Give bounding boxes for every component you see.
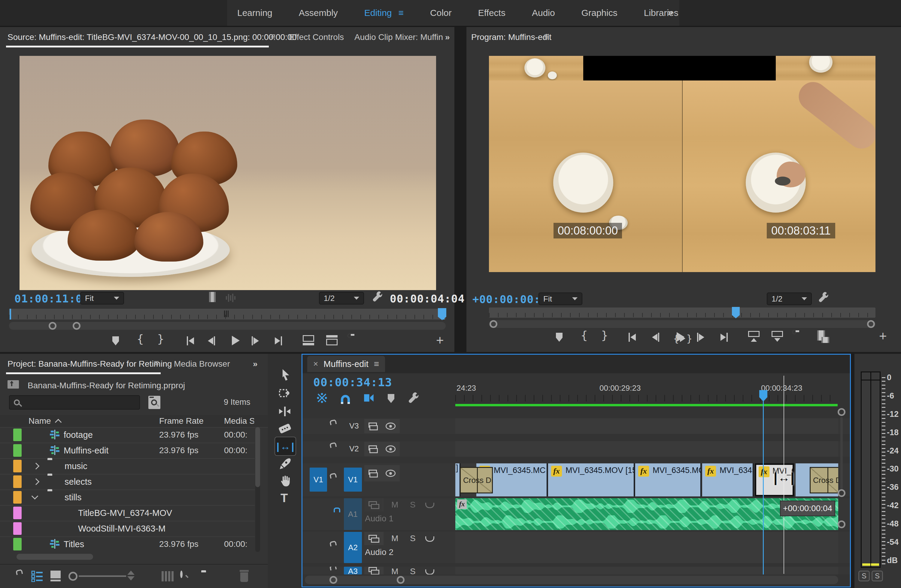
add-marker-button[interactable] [556,333,563,342]
workspace-tab-color[interactable]: Color [430,8,452,18]
list-view-button[interactable] [31,570,43,583]
solo-left-button[interactable]: S [858,571,870,582]
tab-effect-controls[interactable]: Effect Controls [289,33,344,42]
item-name[interactable]: Muffins-edit [64,446,108,455]
step-back-button[interactable] [652,333,659,342]
mark-in-button[interactable]: { [137,332,144,345]
zoom-slider-track[interactable] [79,576,126,577]
workspace-tab-audio[interactable]: Audio [532,8,555,18]
workspace-tab-libraries[interactable]: Libraries [644,8,678,18]
project-vertical-scrollbar[interactable] [255,427,260,552]
workspace-tab-learning[interactable]: Learning [237,8,273,18]
track-target-a2[interactable]: A2 [344,532,362,563]
track-output-eye-icon[interactable] [386,445,396,452]
play-around-button[interactable]: {} [673,333,692,344]
track-target-a3[interactable]: A3 [344,567,362,574]
workspace-tab-effects[interactable]: Effects [478,8,505,18]
label-color-chip[interactable] [13,429,22,441]
label-color-chip[interactable] [13,444,22,457]
program-settings-wrench-icon[interactable] [817,291,829,304]
project-row-music[interactable]: music [0,458,255,474]
lift-button[interactable] [748,331,759,342]
search-field[interactable] [9,395,140,410]
label-color-chip[interactable] [13,538,22,551]
mute-button[interactable]: M [391,533,398,543]
tab-media-browser[interactable]: Media Browser [174,359,230,369]
source-panel-menu-icon[interactable]: ≡ [270,31,276,41]
tab-audio-clip-mixer[interactable]: Audio Clip Mixer: Muffin [354,33,443,42]
timeline-clip[interactable]: fx MVI_6345.M [702,463,753,496]
program-panel-menu-icon[interactable]: ≡ [544,31,549,41]
project-panel-overflow-icon[interactable]: » [253,359,258,369]
scrollbar-knob[interactable] [838,521,845,528]
collapse-chevron-icon[interactable] [31,493,39,500]
ripple-edit-tool[interactable] [277,404,292,420]
find-button[interactable] [180,571,182,578]
solo-button[interactable]: S [410,533,416,543]
item-name[interactable]: footage [64,430,93,440]
extract-button[interactable] [772,331,783,342]
icon-view-button[interactable] [50,571,61,582]
selection-tool[interactable] [279,368,292,382]
project-row-selects[interactable]: selects [0,474,255,490]
search-bin-icon[interactable] [148,396,161,409]
sync-lock-icon[interactable] [368,469,378,477]
go-to-in-button[interactable] [187,336,194,345]
sync-lock-icon[interactable] [368,445,378,453]
source-tab[interactable]: Source: Muffins-edit: TitleBG-MVI_6374-M… [8,33,297,42]
close-icon[interactable]: × [313,359,318,369]
project-row-footage[interactable]: footage 23.976 fps 00:00: [0,427,255,443]
mute-button[interactable]: M [391,500,398,510]
project-row-titles[interactable]: Titles 23.976 fps 00:00: [0,537,255,552]
go-to-in-button[interactable] [628,333,636,342]
project-row-stills[interactable]: stills [0,490,255,506]
hand-tool[interactable] [279,474,292,489]
scrollbar-knob[interactable] [73,322,81,330]
trash-icon[interactable] [240,570,249,582]
scrollbar-knob[interactable] [397,576,405,584]
program-tab[interactable]: Program: Muffins-edit [471,33,552,42]
track-name-audio2[interactable]: Audio 2 [365,547,393,557]
source-resolution-select[interactable]: 1/2 [319,292,364,304]
track-target-v2[interactable]: V2 [349,444,359,454]
vertical-scrollbar-track[interactable] [840,417,843,489]
workspace-tab-editing[interactable]: Editing [364,8,392,18]
column-header-frame-rate[interactable]: Frame Rate [159,416,204,426]
button-editor-add[interactable]: + [436,333,444,348]
project-row-titlebg[interactable]: TitleBG-MVI_6374-MOV [0,505,255,521]
label-color-chip[interactable] [13,460,22,473]
audio-meter-bars[interactable] [861,371,881,568]
track-target-a1[interactable]: A1 [344,498,362,530]
scrollbar-knob[interactable] [329,576,337,584]
item-name[interactable]: WoodStill-MVI-6363-M [78,524,165,533]
timeline-settings-wrench-icon[interactable] [407,391,419,406]
timeline-clip[interactable]: fx MVI_6345.MOV [150%] [548,463,634,496]
mark-in-button[interactable]: { [581,329,588,342]
step-forward-button[interactable] [697,333,704,342]
insert-button[interactable] [303,335,314,345]
sync-lock-icon[interactable] [368,534,379,543]
source-zoom-scrollbar[interactable] [9,322,446,330]
item-name[interactable]: stills [65,493,81,502]
razor-tool[interactable] [276,420,294,438]
navigate-up-icon[interactable] [8,380,19,388]
search-input[interactable] [23,398,132,407]
go-to-out-button[interactable] [720,333,728,342]
transition-cross-dissolve[interactable]: Cross Dis [810,467,838,493]
label-color-chip[interactable] [13,507,22,519]
workspace-overflow-icon[interactable]: » [668,7,673,17]
source-scrubber[interactable] [9,309,446,320]
play-button[interactable] [232,336,240,345]
mark-out-button[interactable]: } [157,332,164,345]
sort-icons-button[interactable] [127,571,134,580]
project-panel-menu-icon[interactable]: ≡ [154,358,159,368]
scrollbar-knob[interactable] [838,489,845,497]
add-marker-button[interactable] [112,336,119,345]
label-color-chip[interactable] [13,476,22,488]
program-resolution-select[interactable]: 1/2 [767,293,812,305]
sync-lock-icon[interactable] [368,422,378,430]
expand-chevron-icon[interactable] [33,478,40,485]
add-marker-icon[interactable] [388,394,394,403]
solo-button[interactable]: S [410,567,416,574]
overwrite-button[interactable] [326,335,338,345]
